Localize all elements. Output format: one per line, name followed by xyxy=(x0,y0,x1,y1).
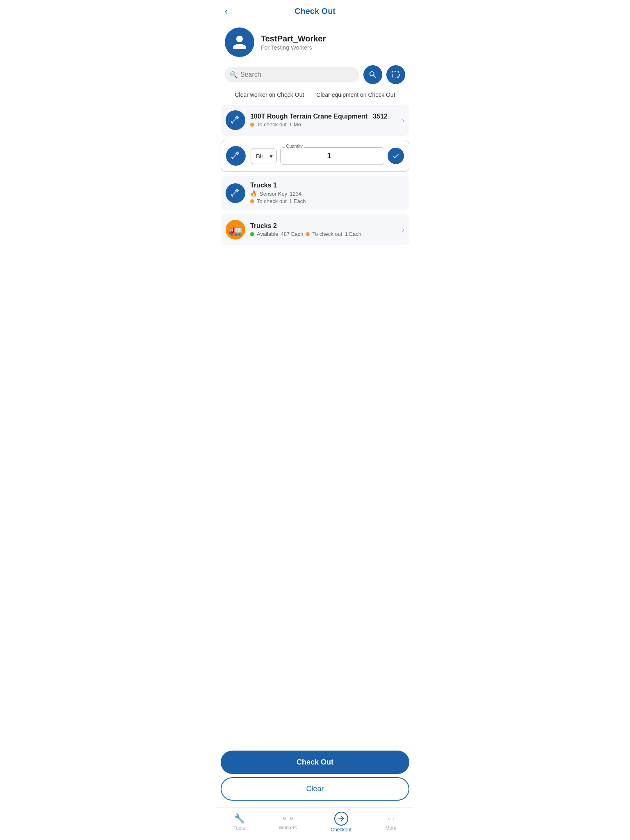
tool-icon-3 xyxy=(226,183,245,203)
search-input[interactable] xyxy=(225,67,359,82)
truck-image: 🚛 xyxy=(226,220,245,240)
equipment-item-2: Blind Faith [182] ▾ Quantity xyxy=(221,140,409,172)
sensor-value: 1234 xyxy=(290,191,301,197)
clear-worker-button[interactable]: Clear worker on Check Out xyxy=(235,91,304,98)
user-section: TestPart_Worker For Testing Workers xyxy=(217,23,413,65)
checkout-dot xyxy=(306,232,310,236)
scan-icon xyxy=(391,70,400,79)
truck-emoji: 🚛 xyxy=(229,224,242,236)
sensor-meta-3: 🔥 Sensor Key 1234 xyxy=(250,190,404,197)
equipment-item-4[interactable]: 🚛 Trucks 2 Available 487 Each To check o… xyxy=(221,214,409,245)
quantity-input[interactable] xyxy=(281,148,384,164)
quantity-field-label: Quantity xyxy=(285,144,304,148)
clear-button[interactable]: Clear xyxy=(221,777,409,801)
checkout-circle-icon xyxy=(334,812,348,826)
checkout-arrow-icon xyxy=(337,815,345,823)
nav-tools-label: Tools xyxy=(233,825,245,831)
quantity-label-1: 1 Mo xyxy=(289,121,301,128)
equipment-name-4: Trucks 2 xyxy=(250,222,397,230)
location-select-wrap: Blind Faith [182] ▾ xyxy=(251,148,277,164)
equipment-meta-4: Available 487 Each To check out 1 Each xyxy=(250,231,397,237)
equipment-item-1[interactable]: 100T Rough Terrain Crane Equipment 3512 … xyxy=(221,105,409,136)
tool-icon-1 xyxy=(226,110,245,130)
checkout-button[interactable]: Check Out xyxy=(221,751,409,774)
hammer-icon-1 xyxy=(230,115,241,126)
search-input-wrap: 🔍 xyxy=(225,67,359,82)
equipment-meta-3: To check out 1 Each xyxy=(250,198,404,204)
nav-workers-label: Workers xyxy=(279,825,297,831)
user-info: TestPart_Worker For Testing Workers xyxy=(261,34,326,51)
nav-workers[interactable]: ⚬⚬ Workers xyxy=(279,814,297,831)
equipment-info-4: Trucks 2 Available 487 Each To check out… xyxy=(250,222,397,237)
avatar xyxy=(225,27,254,57)
equipment-info-1: 100T Rough Terrain Crane Equipment 3512 … xyxy=(250,113,397,128)
tool-icon-2 xyxy=(226,146,246,166)
available-dot xyxy=(250,232,254,236)
available-quantity: 487 Each xyxy=(281,231,304,237)
sensor-key-label: Sensor Key xyxy=(260,191,287,197)
status-label-1: To check out xyxy=(257,121,287,128)
chevron-icon-1: › xyxy=(402,116,404,125)
equipment-meta-1: To check out 1 Mo xyxy=(250,121,397,128)
clear-equipment-button[interactable]: Clear equipment on Check Out xyxy=(316,91,395,98)
search-button[interactable] xyxy=(363,65,382,84)
workers-icon: ⚬⚬ xyxy=(281,814,295,824)
equipment-name-3: Trucks 1 xyxy=(250,182,404,189)
action-links: Clear worker on Check Out Clear equipmen… xyxy=(217,89,413,105)
tools-icon: 🔧 xyxy=(234,813,245,824)
equipment-info-3: Trucks 1 🔥 Sensor Key 1234 To check out … xyxy=(250,182,404,204)
status-dot-3 xyxy=(250,199,254,203)
checkout-quantity: 1 Each xyxy=(345,231,361,237)
scan-button[interactable] xyxy=(386,65,405,84)
page-title: Check Out xyxy=(294,7,336,16)
header: ‹ Check Out xyxy=(217,0,413,23)
inline-edit-row: Blind Faith [182] ▾ Quantity xyxy=(251,147,404,165)
available-label: Available xyxy=(257,231,278,237)
equipment-list: 100T Rough Terrain Crane Equipment 3512 … xyxy=(217,105,413,746)
sensor-icon: 🔥 xyxy=(250,190,257,197)
checkmark-icon xyxy=(392,152,400,160)
search-row: 🔍 xyxy=(217,65,413,89)
nav-checkout[interactable]: Checkout xyxy=(331,812,352,833)
quantity-wrap: Quantity xyxy=(280,147,384,165)
checkout-label: To check out xyxy=(312,231,342,237)
quantity-label-3: 1 Each xyxy=(289,198,306,204)
back-button[interactable]: ‹ xyxy=(225,6,228,17)
nav-more-label: More xyxy=(385,825,396,831)
nav-more[interactable]: ··· More xyxy=(385,813,396,831)
user-name: TestPart_Worker xyxy=(261,34,326,43)
location-select[interactable]: Blind Faith [182] xyxy=(251,148,277,164)
chevron-icon-4: › xyxy=(402,226,404,234)
equipment-name-1: 100T Rough Terrain Crane Equipment 3512 xyxy=(250,113,397,120)
more-icon: ··· xyxy=(387,813,395,824)
nav-tools[interactable]: 🔧 Tools xyxy=(233,813,245,831)
nav-checkout-label: Checkout xyxy=(331,827,352,833)
user-icon xyxy=(231,34,248,50)
search-icon-small: 🔍 xyxy=(230,71,238,79)
search-icon xyxy=(368,70,377,79)
status-dot-1 xyxy=(250,123,254,127)
confirm-button[interactable] xyxy=(388,148,404,164)
bottom-nav: 🔧 Tools ⚬⚬ Workers Checkout ··· More xyxy=(217,807,413,840)
hammer-icon-2 xyxy=(231,151,241,161)
user-subtitle: For Testing Workers xyxy=(261,44,326,51)
equipment-item-3[interactable]: Trucks 1 🔥 Sensor Key 1234 To check out … xyxy=(221,176,409,210)
status-label-3: To check out xyxy=(257,198,287,204)
hammer-icon-3 xyxy=(230,188,241,199)
